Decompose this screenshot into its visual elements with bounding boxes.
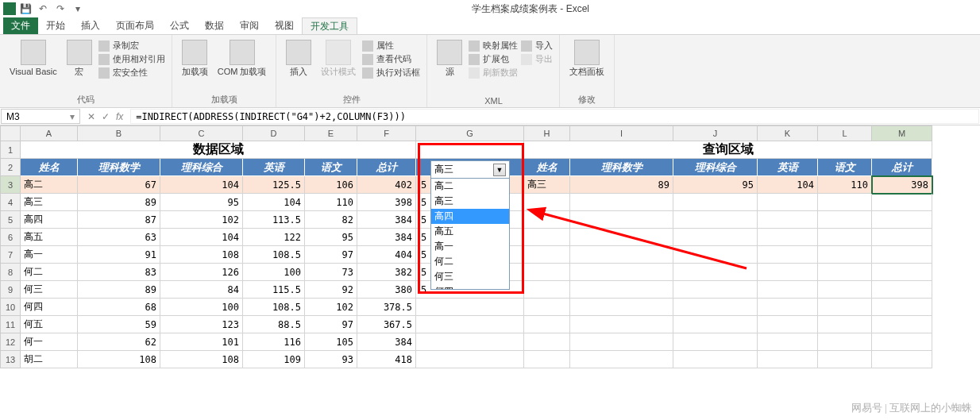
- undo-icon[interactable]: ↶: [37, 2, 49, 15]
- cell[interactable]: [818, 351, 872, 368]
- dropdown-item[interactable]: 何三: [431, 269, 509, 284]
- colhdr-C[interactable]: C: [160, 125, 243, 141]
- document-panel-button[interactable]: 文档面板: [566, 38, 608, 78]
- insert-control-button[interactable]: 插入: [283, 38, 314, 78]
- cell[interactable]: 384: [357, 229, 416, 246]
- cell[interactable]: [872, 264, 932, 281]
- name-box[interactable]: M3▾: [1, 109, 80, 124]
- dropdown-selected[interactable]: 高三 ▼: [431, 161, 509, 178]
- cell[interactable]: 92: [305, 281, 357, 299]
- rowhdr-6[interactable]: 6: [0, 229, 21, 246]
- refresh-data-button[interactable]: 刷新数据: [469, 67, 518, 79]
- cell[interactable]: 108.5: [243, 246, 305, 264]
- dropdown-item[interactable]: 高四: [431, 209, 509, 224]
- confirm-formula-icon[interactable]: ✓: [102, 111, 110, 122]
- cell[interactable]: 何三: [21, 281, 78, 299]
- cell[interactable]: [673, 264, 758, 281]
- cell[interactable]: [872, 351, 932, 368]
- rowhdr-3[interactable]: 3: [0, 176, 21, 194]
- cell[interactable]: [416, 299, 524, 316]
- cell[interactable]: [818, 229, 872, 246]
- cell[interactable]: 404: [357, 246, 416, 264]
- rowhdr-10[interactable]: 10: [0, 299, 21, 316]
- cell[interactable]: 87: [78, 211, 160, 229]
- cell[interactable]: [524, 281, 570, 299]
- cell[interactable]: [872, 229, 932, 246]
- cell[interactable]: 113.5: [243, 211, 305, 229]
- cell[interactable]: 63: [78, 229, 160, 246]
- cell[interactable]: 68: [78, 299, 160, 316]
- visual-basic-button[interactable]: Visual Basic: [6, 38, 60, 78]
- colhdr-L[interactable]: L: [818, 125, 872, 141]
- cell[interactable]: [570, 194, 673, 211]
- tab-view[interactable]: 视图: [267, 17, 302, 34]
- tab-formula[interactable]: 公式: [162, 17, 197, 34]
- rowhdr-9[interactable]: 9: [0, 281, 21, 299]
- cell[interactable]: 何一: [21, 333, 78, 351]
- cell[interactable]: [818, 316, 872, 333]
- cell[interactable]: 95: [673, 176, 758, 194]
- cell[interactable]: 59: [78, 316, 160, 333]
- cell[interactable]: [758, 229, 818, 246]
- cell[interactable]: [570, 211, 673, 229]
- cell[interactable]: 402: [357, 176, 416, 194]
- select-all-corner[interactable]: [0, 125, 21, 141]
- cell[interactable]: 380: [357, 281, 416, 299]
- dropdown-list[interactable]: 高二高三高四高五高一何二何三何四: [431, 178, 509, 289]
- colhdr-B[interactable]: B: [78, 125, 160, 141]
- cell[interactable]: 高三: [524, 176, 570, 194]
- cell[interactable]: 102: [160, 211, 243, 229]
- cell[interactable]: 104: [160, 176, 243, 194]
- cell[interactable]: 418: [357, 351, 416, 368]
- cell[interactable]: 93: [305, 351, 357, 368]
- cell[interactable]: [524, 246, 570, 264]
- rowhdr-7[interactable]: 7: [0, 246, 21, 264]
- cell[interactable]: 102: [305, 299, 357, 316]
- cell[interactable]: 122: [243, 229, 305, 246]
- cell[interactable]: 398: [357, 194, 416, 211]
- cell[interactable]: 384: [357, 333, 416, 351]
- cell[interactable]: 104: [243, 194, 305, 211]
- cell[interactable]: 115.5: [243, 281, 305, 299]
- colhdr-G[interactable]: G: [416, 125, 524, 141]
- cell[interactable]: 367.5: [357, 316, 416, 333]
- cell[interactable]: [872, 299, 932, 316]
- cell[interactable]: [673, 316, 758, 333]
- dropdown-item[interactable]: 何二: [431, 254, 509, 269]
- run-dialog-button[interactable]: 执行对话框: [362, 67, 420, 79]
- colhdr-M[interactable]: M: [872, 125, 932, 141]
- cell[interactable]: 82: [305, 211, 357, 229]
- cell[interactable]: [818, 194, 872, 211]
- cell[interactable]: 何四: [21, 299, 78, 316]
- cell[interactable]: 108: [78, 351, 160, 368]
- cell[interactable]: 110: [818, 176, 872, 194]
- tab-review[interactable]: 审阅: [232, 17, 267, 34]
- map-properties-button[interactable]: 映射属性: [469, 40, 518, 52]
- cell[interactable]: [524, 264, 570, 281]
- cell[interactable]: 88.5: [243, 316, 305, 333]
- spreadsheet-grid[interactable]: A B C D E F G H I J K L M 1 数据区域 查询区域 2 …: [0, 125, 980, 368]
- properties-button[interactable]: 属性: [362, 40, 420, 52]
- cell[interactable]: [673, 299, 758, 316]
- cell[interactable]: 89: [78, 281, 160, 299]
- cell[interactable]: [758, 281, 818, 299]
- view-code-button[interactable]: 查看代码: [362, 53, 420, 65]
- cell[interactable]: [872, 194, 932, 211]
- cell[interactable]: [524, 194, 570, 211]
- cell[interactable]: [673, 351, 758, 368]
- cell[interactable]: 91: [78, 246, 160, 264]
- com-addins-button[interactable]: COM 加载项: [214, 38, 270, 78]
- rowhdr-13[interactable]: 13: [0, 351, 21, 368]
- tab-insert[interactable]: 插入: [73, 17, 108, 34]
- cell[interactable]: [570, 264, 673, 281]
- cell[interactable]: 101: [160, 333, 243, 351]
- rowhdr-12[interactable]: 12: [0, 333, 21, 351]
- cell[interactable]: [758, 299, 818, 316]
- cell[interactable]: 126: [160, 264, 243, 281]
- cell[interactable]: [673, 246, 758, 264]
- cell[interactable]: [758, 264, 818, 281]
- dropdown-item[interactable]: 高二: [431, 179, 509, 194]
- cell[interactable]: 何五: [21, 316, 78, 333]
- cell[interactable]: [524, 229, 570, 246]
- cell[interactable]: [758, 316, 818, 333]
